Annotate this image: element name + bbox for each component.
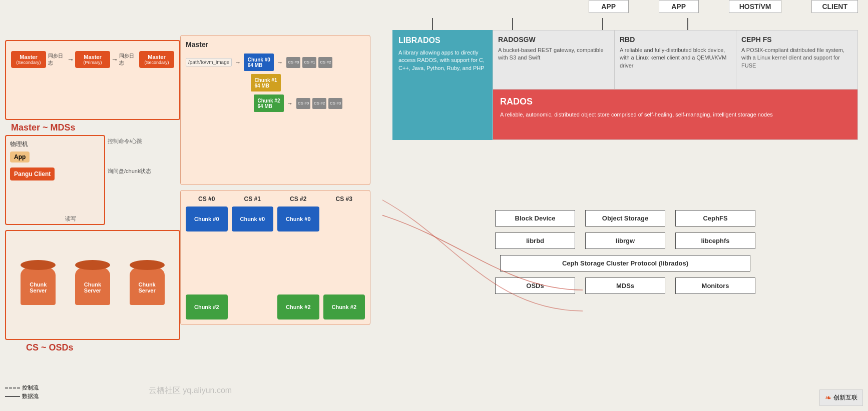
chunk-server-2: ChunkServer: [75, 265, 110, 305]
cs-box-01: CS #1: [302, 57, 316, 68]
object-storage-box: Object Storage: [585, 210, 665, 226]
logo-box: ❧ 创新互联: [819, 390, 863, 406]
stack-row-2: librbd librgw libcephfs: [392, 232, 858, 249]
chunk-block-0: Chunk #064 MB: [244, 54, 274, 71]
chunk-row-0: /path/to/vm_image → Chunk #064 MB → CS #…: [186, 54, 365, 71]
diagram-area: Master /path/to/vm_image → Chunk #064 MB…: [180, 35, 375, 345]
sync-label-1: 同步日志: [48, 52, 66, 66]
master-mds-box: Master (Secondary) 同步日志 → Master (Primar…: [5, 40, 180, 120]
master-diagram-box: Master /path/to/vm_image → Chunk #064 MB…: [180, 35, 370, 185]
cylinder-label-2: ChunkServer: [84, 282, 101, 294]
cylinder-1: ChunkServer: [21, 265, 56, 305]
cs-column-2: CS #2 Chunk #0 Chunk #2: [277, 196, 319, 320]
left-panel: Master (Secondary) 同步日志 → Master (Primar…: [0, 0, 380, 411]
cs-osds-label: CS ~ OSDs: [26, 342, 74, 353]
cs-box-02: CS #2: [318, 57, 332, 68]
cs-box-23: CS #3: [328, 98, 342, 109]
rbd-box: RBD A reliable and fully-distributed blo…: [615, 30, 736, 89]
cs2-chunk0: Chunk #0: [277, 206, 319, 232]
master-mds-label: Master ~ MDSs: [11, 122, 76, 133]
cs-column-title-0: CS #0: [186, 196, 228, 202]
legend-dashed: 控制流: [5, 384, 39, 392]
cs1-chunk0: Chunk #0: [232, 206, 274, 232]
cs-cluster-2: CS #0 CS #2 CS #3: [296, 98, 343, 110]
right-boxes: RADOSGW A bucket-based REST gateway, com…: [493, 30, 858, 140]
libcephfs-box: libcephfs: [675, 232, 755, 249]
cylinder-3: ChunkServer: [130, 265, 165, 305]
client-app-2: APP: [659, 0, 699, 13]
cephfs-title: CEPH FS: [741, 36, 852, 44]
chunk-server-1: ChunkServer: [21, 265, 56, 305]
cs3-chunk2: Chunk #2: [323, 294, 365, 320]
rbd-desc: A reliable and fully-distributed block d…: [620, 46, 731, 70]
read-write-annotation: 读写: [65, 215, 76, 222]
protocol-box: Ceph Storage Cluster Protocol (librados): [500, 255, 750, 272]
chunk-row-1: Chunk #164 MB: [251, 74, 365, 92]
rados-desc: A reliable, autonomic, distributed objec…: [500, 111, 850, 118]
librados-desc: A library allowing apps to directly acce…: [398, 49, 487, 72]
cs-column-title-3: CS #3: [323, 196, 365, 202]
chunk-row-2: Chunk #264 MB → CS #0 CS #2 CS #3: [186, 94, 365, 112]
master-diagram-title: Master: [186, 40, 365, 48]
librgw-box: librgw: [585, 232, 665, 249]
client-app-1: APP: [589, 0, 629, 13]
cs-column-1: CS #1 Chunk #0: [232, 196, 274, 320]
cylinder-label-3: ChunkServer: [139, 282, 156, 294]
sync-label-2: 同步日志: [119, 52, 137, 66]
top-right-row: RADOSGW A bucket-based REST gateway, com…: [493, 30, 857, 90]
ceph-stack: Block Device Object Storage CephFS librb…: [392, 210, 858, 300]
rados-layer: RADOS A reliable, autonomic, distributed…: [493, 90, 857, 140]
chunk-server-area: ChunkServer ChunkServer ChunkServer CS ~…: [5, 230, 180, 340]
stack-row-3: Ceph Storage Cluster Protocol (librados): [392, 255, 858, 272]
master-primary: Master (Primary): [75, 51, 110, 68]
librbd-box: librbd: [495, 232, 575, 249]
radosgw-title: RADOSGW: [498, 36, 609, 44]
cs2-chunk2: Chunk #2: [277, 294, 319, 320]
cs-diagram-box: CS #0 Chunk #0 Chunk #2 CS #1 Chunk #0 C…: [180, 190, 370, 325]
cs0-chunk2: Chunk #2: [186, 294, 228, 320]
cs0-chunk0: Chunk #0: [186, 206, 228, 232]
cs-box-00: CS #0: [286, 57, 300, 68]
query-annotation: 询问盘/chunk状态: [108, 168, 151, 175]
master-secondary-2: Master (Secondary): [139, 51, 174, 68]
vm-image-label: /path/to/vm_image: [186, 58, 232, 66]
cs-column-title-2: CS #2: [277, 196, 319, 202]
radosgw-box: RADOSGW A bucket-based REST gateway, com…: [493, 30, 615, 89]
watermark: 云栖社区 yq.aliyun.com: [149, 386, 232, 396]
rados-title: RADOS: [500, 96, 850, 107]
master-secondary-1: Master (Secondary): [11, 51, 46, 68]
cylinder-label-1: ChunkServer: [30, 282, 47, 294]
cephfs-desc: A POSIX-compliant distributed file syste…: [741, 46, 852, 70]
physical-label: 物理机: [10, 140, 100, 148]
cs-box-22: CS #2: [312, 98, 326, 109]
client-row: APP APP HOST/VM CLIENT: [382, 0, 868, 13]
legend-solid: 数据流: [5, 392, 39, 400]
chunk-server-3: ChunkServer: [130, 265, 165, 305]
legend: 控制流 数据流: [5, 384, 39, 401]
stack-row-4: OSDs MDSs Monitors: [392, 278, 858, 294]
cephfs-stack-box: CephFS: [675, 210, 755, 226]
app-box: App: [10, 152, 30, 162]
radosgw-desc: A bucket-based REST gateway, compatible …: [498, 46, 609, 62]
librados-title: LIBRADOS: [398, 36, 487, 45]
pangu-client-box: Pangu Client: [10, 168, 55, 180]
cylinder-2: ChunkServer: [75, 265, 110, 305]
cs-cluster-0: CS #0 CS #1 CS #2: [286, 56, 333, 68]
osds-box: OSDs: [495, 278, 575, 294]
cs-column-title-1: CS #1: [232, 196, 274, 202]
physical-box: 物理机 App Pangu Client: [5, 135, 105, 225]
control-annotation: 控制命令/心跳: [108, 138, 142, 145]
mdss-box: MDSs: [585, 278, 665, 294]
chunk-block-2: Chunk #264 MB: [254, 94, 284, 112]
block-device-box: Block Device: [495, 210, 575, 226]
cs-column-0: CS #0 Chunk #0 Chunk #2: [186, 196, 228, 320]
top-layer: LIBRADOS A library allowing apps to dire…: [392, 30, 858, 140]
chunk-block-1: Chunk #164 MB: [251, 74, 281, 92]
librados-box: LIBRADOS A library allowing apps to dire…: [392, 30, 493, 140]
monitors-box: Monitors: [675, 278, 755, 294]
rbd-title: RBD: [620, 36, 731, 44]
cs-column-3: CS #3 Chunk #2: [323, 196, 365, 320]
client-hostvm: HOST/VM: [729, 0, 782, 13]
chunk-rows: /path/to/vm_image → Chunk #064 MB → CS #…: [186, 54, 365, 112]
cs-box-20: CS #0: [296, 98, 310, 109]
